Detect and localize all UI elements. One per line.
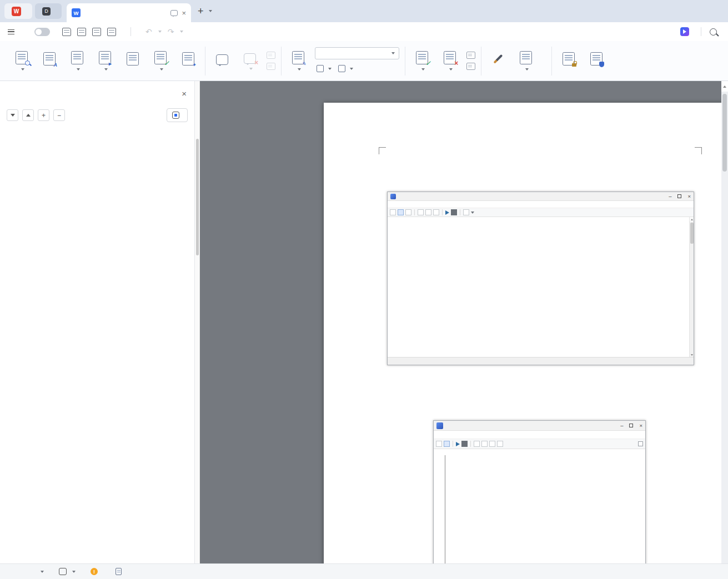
to-traditional-button[interactable] <box>543 47 546 59</box>
ai-proofread-status[interactable] <box>59 568 76 575</box>
ribbon-review: A ► ✓ ✦ × <box>0 41 728 81</box>
spellcheck-status[interactable] <box>38 571 44 573</box>
print-icon[interactable] <box>405 209 411 215</box>
output-icon[interactable] <box>77 28 86 36</box>
new-icon[interactable] <box>390 209 396 215</box>
zoom-out-icon[interactable] <box>481 441 488 447</box>
scrollbar-thumb[interactable] <box>722 94 727 172</box>
zoom-out-icon[interactable] <box>425 209 431 215</box>
page[interactable]: – × <box>324 103 728 563</box>
tab-list-caret-icon[interactable] <box>209 10 212 12</box>
previous-comment-icon[interactable] <box>267 52 275 59</box>
document-canvas[interactable]: – × <box>200 81 728 563</box>
undo-icon[interactable]: ↶ <box>145 28 152 36</box>
tab-docer-ai[interactable]: D <box>35 3 62 19</box>
next-comment-icon[interactable] <box>267 63 275 70</box>
zoom-in-outline-button[interactable]: + <box>38 109 49 121</box>
markup-state-dropdown[interactable] <box>315 47 399 59</box>
pan-icon[interactable] <box>433 209 439 215</box>
close-icon[interactable]: × <box>687 194 691 199</box>
tab-active-document[interactable]: W × <box>67 3 191 22</box>
ai-polish-button[interactable]: ✦ <box>175 43 201 79</box>
zoom-out-outline-button[interactable]: − <box>53 109 65 121</box>
close-sidebar-icon[interactable]: × <box>182 89 187 98</box>
compare-button[interactable] <box>64 43 90 79</box>
reject-button[interactable]: × <box>437 43 463 79</box>
minimize-icon[interactable]: – <box>669 194 671 199</box>
document-scrollbar[interactable] <box>721 81 728 563</box>
save-icon[interactable] <box>62 28 71 36</box>
save-icon[interactable] <box>444 441 450 447</box>
figure1-toolbar <box>388 208 694 217</box>
maximize-icon[interactable] <box>629 424 633 427</box>
spell-check-button[interactable]: ✓ <box>148 43 173 79</box>
to-simplified-button[interactable] <box>543 63 546 75</box>
close-tab-icon[interactable]: × <box>182 9 186 17</box>
translate-button[interactable] <box>513 43 539 79</box>
stop-icon[interactable] <box>461 441 468 447</box>
run-icon[interactable] <box>456 442 460 446</box>
missing-font-warning[interactable]: ! <box>91 568 101 575</box>
run-icon[interactable] <box>445 210 449 215</box>
file-menu-button[interactable] <box>8 29 18 34</box>
ai-contract-review-button[interactable]: A <box>37 43 62 79</box>
autoscale-icon[interactable] <box>489 441 495 447</box>
new-tab-button[interactable]: + <box>198 6 204 17</box>
zoom-in-icon[interactable] <box>418 209 424 215</box>
navigation-pane: × + − <box>0 81 195 563</box>
compatibility-mode[interactable] <box>116 568 124 575</box>
dock-icon[interactable] <box>638 441 643 446</box>
wps-ai-button[interactable] <box>680 27 692 36</box>
review-pane-button[interactable] <box>337 63 355 75</box>
redo-icon[interactable]: ↷ <box>168 28 174 36</box>
ai-recognize-toc-button[interactable] <box>167 108 188 122</box>
delete-comment-button[interactable]: × <box>237 43 263 79</box>
word-count-button[interactable] <box>120 43 145 79</box>
hamburger-icon <box>8 29 14 34</box>
settings-icon[interactable] <box>463 209 469 215</box>
encrypt-document-button[interactable] <box>584 43 609 79</box>
tab-wps-home[interactable]: W <box>4 3 32 19</box>
figure1-titlebar[interactable]: – × <box>388 192 694 201</box>
restrict-editing-button[interactable] <box>556 43 581 79</box>
warning-icon: ! <box>91 568 98 575</box>
collapse-all-button[interactable] <box>7 109 18 121</box>
next-change-icon[interactable] <box>466 63 475 70</box>
print-preview-icon[interactable] <box>107 28 116 36</box>
insert-comment-button[interactable] <box>209 43 235 79</box>
ai-read-aloud-button[interactable]: ► <box>92 43 118 79</box>
style-icon[interactable] <box>497 441 503 447</box>
toc-list <box>0 140 194 563</box>
show-markup-button[interactable] <box>315 63 333 75</box>
figure1-menubar <box>388 201 694 208</box>
close-icon[interactable]: × <box>639 423 642 429</box>
redo-caret-icon[interactable] <box>180 31 183 33</box>
sidebar-scrollbar[interactable] <box>195 81 200 563</box>
pulse-plot-area <box>388 217 694 357</box>
previous-change-icon[interactable] <box>466 52 475 59</box>
save-icon[interactable] <box>398 209 404 215</box>
autosave-toggle[interactable] <box>34 28 50 36</box>
wps-ai-icon <box>680 27 689 36</box>
proofread-button[interactable] <box>9 43 34 79</box>
maximize-icon[interactable] <box>677 194 681 198</box>
minimize-icon[interactable]: – <box>620 423 623 429</box>
undo-caret-icon[interactable] <box>158 31 162 33</box>
expand-all-button[interactable] <box>22 109 34 121</box>
accept-button[interactable]: ✓ <box>409 43 435 79</box>
zoom-in-icon[interactable] <box>474 441 480 447</box>
new-icon[interactable] <box>436 441 442 447</box>
search-icon[interactable] <box>710 28 717 36</box>
docer-icon: D <box>42 7 51 16</box>
print-icon[interactable] <box>92 28 101 36</box>
figure2-toolbar <box>434 439 645 449</box>
comment-bubble-icon[interactable] <box>170 10 178 16</box>
toolbar-overflow-icon[interactable] <box>471 212 474 214</box>
ink-brush-button[interactable] <box>485 43 511 79</box>
figure2-titlebar[interactable]: – × <box>434 421 645 431</box>
track-changes-button[interactable]: ✎ <box>285 43 311 79</box>
figure1-scrollbar[interactable] <box>689 217 694 357</box>
scroll-up-button[interactable] <box>721 81 728 92</box>
autosave-control[interactable] <box>31 28 50 36</box>
stop-icon[interactable] <box>451 209 457 215</box>
